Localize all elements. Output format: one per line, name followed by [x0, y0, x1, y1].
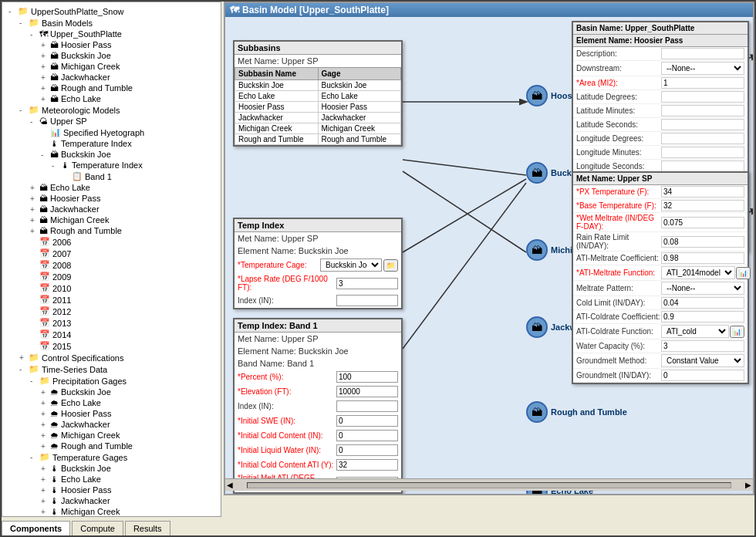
band-field-input[interactable] — [336, 430, 398, 441]
met-prop-select[interactable]: --None-- — [661, 282, 744, 295]
temp-cage-browse[interactable]: 📁 — [383, 259, 398, 272]
tree-item[interactable]: -🌤Upper SP — [5, 116, 218, 127]
expand-icon[interactable]: + — [41, 464, 49, 473]
subbasins-row[interactable]: Echo LakeEcho Lake — [235, 91, 401, 102]
scrollbar-track[interactable] — [247, 482, 731, 488]
tree-item[interactable]: 🌡Temperature Index — [5, 138, 218, 149]
index-input[interactable] — [336, 295, 398, 306]
tree-item[interactable]: +🌧Hoosier Pass — [5, 408, 218, 419]
tree-item[interactable]: +🏔Michigan Creek — [5, 214, 218, 225]
tree-item[interactable]: +🌧Buckskin Joe — [5, 387, 218, 397]
tree-item[interactable]: 📋Band 1 — [5, 171, 218, 182]
prop-input[interactable] — [661, 105, 744, 117]
expand-icon[interactable]: + — [30, 227, 38, 235]
scroll-left-btn[interactable]: ◀ — [225, 481, 235, 489]
tree-item[interactable]: +🌡Michigan Creek — [5, 506, 218, 517]
tree-item[interactable]: +🏔Hoosier Pass — [5, 193, 218, 204]
canvas-scrollbar[interactable]: ◀ ▶ — [225, 478, 753, 491]
tree-item[interactable]: 📅2014 — [5, 329, 218, 340]
expand-icon[interactable]: - — [8, 7, 16, 15]
lapse-input[interactable] — [336, 278, 398, 289]
met-prop-input[interactable] — [661, 297, 744, 309]
subbasins-row[interactable]: JackwhackerJackwhacker — [235, 113, 401, 123]
expand-icon[interactable]: - — [30, 117, 38, 126]
tree-item[interactable]: +🏔Rough and Tumble — [5, 225, 218, 236]
tree-item[interactable]: 📅2011 — [5, 294, 218, 306]
tab-results[interactable]: Results — [125, 521, 170, 535]
met-prop-input[interactable] — [661, 252, 744, 264]
tree-item[interactable]: +🏔Echo Lake — [5, 93, 218, 104]
tree-item[interactable]: -📁Meteorologic Models — [5, 104, 218, 116]
prop-input[interactable] — [661, 160, 744, 172]
band-field-input[interactable] — [336, 459, 398, 471]
met-prop-select[interactable]: Constant Value — [661, 354, 744, 367]
chart-btn[interactable]: 📊 — [736, 267, 751, 279]
expand-icon[interactable]: + — [41, 475, 49, 484]
expand-icon[interactable]: + — [41, 508, 49, 516]
subbasins-row[interactable]: Hoosier PassHoosier Pass — [235, 102, 401, 113]
met-prop-input[interactable] — [661, 311, 744, 323]
chart-btn[interactable]: 📊 — [730, 326, 744, 338]
tree-item[interactable]: 📊Specified Hyetograph — [5, 127, 218, 138]
tree-item[interactable]: +🏔Echo Lake — [5, 182, 218, 193]
met-prop-input[interactable] — [661, 186, 744, 198]
expand-icon[interactable]: + — [41, 73, 49, 82]
tab-components[interactable]: Components — [2, 521, 70, 535]
tree-item[interactable]: +🏔Rough and Tumble — [5, 83, 218, 93]
expand-icon[interactable]: + — [19, 353, 27, 362]
tree-item[interactable]: +🌡Hoosier Pass — [5, 485, 218, 495]
tree-item[interactable]: +🌧Michigan Creek — [5, 430, 218, 441]
tree-item[interactable]: +🏔Hoosier Pass — [5, 39, 218, 50]
expand-icon[interactable]: + — [30, 216, 38, 225]
tree-item[interactable]: 📅2006 — [5, 236, 218, 248]
prop-input[interactable] — [661, 133, 744, 144]
expand-icon[interactable]: - — [41, 150, 49, 159]
tree-item[interactable]: -📁UpperSouthPlatte_Snow — [5, 5, 218, 17]
prop-input[interactable] — [661, 147, 744, 158]
band-field-input[interactable] — [336, 444, 398, 456]
subbasins-row[interactable]: Michigan CreekMichigan Creek — [235, 123, 401, 134]
subbasins-row[interactable]: Rough and TumbleRough and Tumble — [235, 134, 401, 145]
tree-item[interactable]: -🌡Temperature Index — [5, 160, 218, 171]
band-field-input[interactable] — [336, 386, 398, 397]
expand-icon[interactable]: + — [41, 41, 49, 49]
tree-item[interactable]: -📁Precipitation Gages — [5, 375, 218, 387]
tab-compute[interactable]: Compute — [72, 521, 123, 535]
prop-input[interactable] — [661, 48, 744, 59]
tree-item[interactable]: +🌡Echo Lake — [5, 474, 218, 485]
band-field-input[interactable] — [336, 371, 398, 383]
expand-icon[interactable]: + — [41, 410, 49, 418]
met-prop-select[interactable]: ATI_cold — [661, 325, 729, 338]
expand-icon[interactable]: + — [41, 442, 49, 451]
tree-item[interactable]: -🏔Buckskin Joe — [5, 149, 218, 160]
met-prop-input[interactable] — [661, 217, 744, 228]
tree-item[interactable]: 📅2009 — [5, 271, 218, 282]
scroll-right-btn[interactable]: ▶ — [744, 481, 753, 489]
node-rough-tumble[interactable]: 🏔 Rough and Tumble — [526, 401, 627, 423]
band-field-input[interactable] — [336, 415, 398, 427]
tree-item[interactable]: +🌡Buckskin Joe — [5, 463, 218, 474]
prop-input[interactable] — [661, 91, 744, 103]
tree-item[interactable]: 📅2012 — [5, 306, 218, 317]
met-prop-input[interactable] — [661, 200, 744, 211]
met-prop-input[interactable] — [661, 236, 744, 248]
expand-icon[interactable]: + — [41, 486, 49, 495]
tree-item[interactable]: +🏔Jackwhacker — [5, 204, 218, 214]
expand-icon[interactable]: - — [19, 365, 27, 373]
tree-item[interactable]: +📁Control Specifications — [5, 352, 218, 363]
prop-select[interactable]: --None-- — [661, 62, 744, 75]
expand-icon[interactable]: + — [41, 84, 49, 93]
met-prop-input[interactable] — [661, 340, 744, 352]
tree-item[interactable]: +🌧Echo Lake — [5, 397, 218, 408]
expand-icon[interactable]: + — [41, 62, 49, 71]
expand-icon[interactable]: + — [41, 95, 49, 103]
tree-item[interactable]: +🌧Jackwhacker — [5, 419, 218, 430]
tree-item[interactable]: +🌡Jackwhacker — [5, 495, 218, 506]
expand-icon[interactable]: - — [52, 161, 59, 170]
expand-icon[interactable]: + — [30, 194, 38, 203]
expand-icon[interactable]: - — [19, 19, 27, 27]
tree-item[interactable]: 📅2007 — [5, 248, 218, 259]
tree-item[interactable]: -📁Basin Models — [5, 17, 218, 29]
tree-item[interactable]: 📅2010 — [5, 282, 218, 294]
expand-icon[interactable]: + — [30, 184, 38, 192]
